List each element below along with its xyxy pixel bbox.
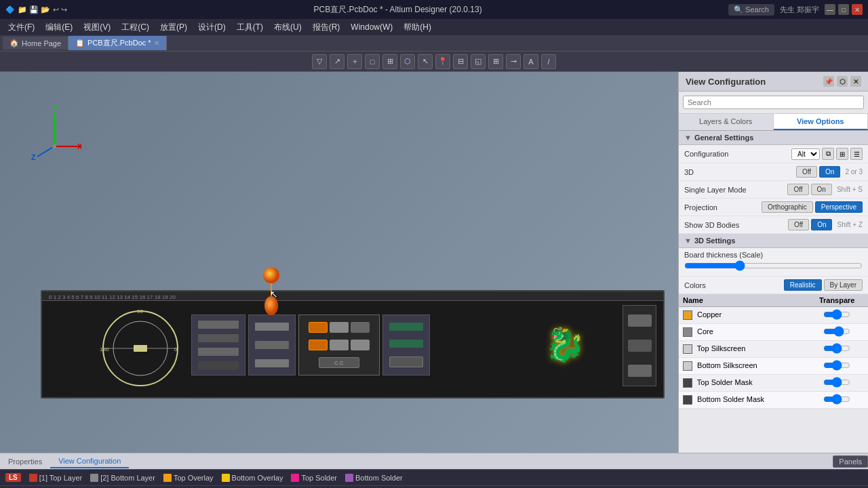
home-icon: 🏠 <box>9 39 19 47</box>
user-info: 先生 郑振宇 <box>780 5 819 15</box>
pcb-canvas[interactable]: Y X Z 0 1 2 3 4 5 6 7 8 9 10 11 12 13 14… <box>0 72 678 453</box>
menu-file[interactable]: 文件(F) <box>3 20 40 35</box>
slm-off-button[interactable]: Off <box>787 184 808 195</box>
menu-place[interactable]: 放置(P) <box>155 20 193 35</box>
toolbar: ▽ ↗ ＋ □ ⊞ ⬡ ↖ 📍 ⊟ ◱ ⊞ ⊸ A / <box>0 52 868 72</box>
layer-color-swatch[interactable] <box>683 310 692 320</box>
config-icon-btn3[interactable]: ☰ <box>850 148 863 160</box>
orthographic-button[interactable]: Orthographic <box>762 201 813 213</box>
svg-rect-13 <box>134 345 147 352</box>
layer-color-swatch[interactable] <box>683 344 692 354</box>
tab-pcb[interactable]: 📋 PCB直尺.PcbDoc * ✕ <box>68 36 167 50</box>
tool-stack[interactable]: ⊟ <box>453 54 468 69</box>
3d-on-button[interactable]: On <box>819 166 840 178</box>
show-3d-bodies-label: Show 3D Bodies <box>684 221 785 229</box>
configuration-controls[interactable]: Alt ⧉ ⊞ ☰ <box>791 148 863 160</box>
tool-measure[interactable]: ⊸ <box>506 54 521 69</box>
config-icon-btn1[interactable]: ⧉ <box>822 148 834 160</box>
layer-color-swatch[interactable] <box>683 327 692 337</box>
config-icon-btn2[interactable]: ⊞ <box>836 148 848 160</box>
tool-filter[interactable]: ▽ <box>312 54 327 69</box>
tool-chart[interactable]: ⊞ <box>382 54 397 69</box>
menu-design[interactable]: 设计(D) <box>193 20 231 35</box>
properties-tab[interactable]: Properties <box>0 455 50 468</box>
menu-help[interactable]: 帮助(H) <box>398 20 437 35</box>
panel-close-button[interactable]: ✕ <box>850 76 861 87</box>
slm-on-button[interactable]: On <box>811 184 832 195</box>
perspective-button[interactable]: Perspective <box>815 201 863 213</box>
layer-transparency-slider[interactable] <box>823 326 850 337</box>
tool-grid[interactable]: ⊞ <box>488 54 503 69</box>
3d-settings-header[interactable]: ▼ 3D Settings <box>679 234 868 248</box>
3d-settings-arrow: ▼ <box>684 237 692 245</box>
close-button[interactable]: ✕ <box>852 4 863 15</box>
layer-transparency-slider[interactable] <box>823 360 850 371</box>
view-configuration-tab[interactable]: View Configuration <box>50 455 129 468</box>
tab-home[interactable]: 🏠 Home Page <box>3 37 68 49</box>
menu-report[interactable]: 报告(R) <box>307 20 346 35</box>
panel-header-controls[interactable]: 📌 ⬡ ✕ <box>823 76 861 87</box>
menu-route[interactable]: 布线(U) <box>269 20 307 35</box>
realistic-button[interactable]: Realistic <box>784 279 822 291</box>
configuration-select[interactable]: Alt <box>791 148 820 160</box>
window-controls[interactable]: — □ ✕ <box>825 4 863 15</box>
menu-tools[interactable]: 工具(T) <box>231 20 269 35</box>
title-bar-icons: 🔷 📁 💾 📂 ↩ ↪ <box>5 5 67 14</box>
tab-view-options[interactable]: View Options <box>774 114 869 130</box>
tool-text[interactable]: A <box>524 54 538 69</box>
top-layer-item[interactable]: [1] Top Layer <box>29 474 82 482</box>
layer-transparency-slider[interactable] <box>823 309 850 320</box>
layer-transparency-slider[interactable] <box>823 394 850 405</box>
board-thickness-slider[interactable] <box>684 260 863 271</box>
layer-transparency-slider[interactable] <box>823 343 850 354</box>
layer-name-cell: Bottom Solder Mask <box>679 392 806 409</box>
top-layer-color-dot <box>29 474 37 482</box>
bottom-layer-item[interactable]: [2] Bottom Layer <box>90 474 155 482</box>
search-bar[interactable]: 🔍 Search <box>728 4 774 16</box>
s3db-off-button[interactable]: Off <box>788 219 809 230</box>
menu-edit[interactable]: 编辑(E) <box>40 20 78 35</box>
3d-settings-title: 3D Settings <box>694 237 736 245</box>
tool-polygon[interactable]: ⬡ <box>400 54 415 69</box>
tab-close-icon[interactable]: ✕ <box>154 39 159 47</box>
menu-project[interactable]: 工程(C) <box>116 20 155 35</box>
bottom-overlay-color-dot <box>222 474 230 482</box>
tool-layer[interactable]: ◱ <box>471 54 486 69</box>
panel-search-input[interactable] <box>683 96 864 109</box>
bottom-solder-item[interactable]: Bottom Solder <box>345 474 403 482</box>
tool-pin[interactable]: 📍 <box>435 54 450 69</box>
panel-pin-button[interactable]: 📌 <box>823 76 834 87</box>
minimize-button[interactable]: — <box>825 4 835 15</box>
menu-window[interactable]: Window(W) <box>345 21 398 33</box>
tab-layers-colors[interactable]: Layers & Colors <box>679 114 774 130</box>
layer-transparency-slider[interactable] <box>823 377 850 388</box>
svg-text:Z: Z <box>31 153 36 160</box>
s3db-on-button[interactable]: On <box>811 219 832 230</box>
general-settings-header[interactable]: ▼ General Settings <box>679 131 868 145</box>
panel-float-button[interactable]: ⬡ <box>837 76 848 87</box>
3d-off-button[interactable]: Off <box>796 166 817 178</box>
layer-name-label: Bottom Silkscreen <box>697 361 757 369</box>
undo-redo[interactable]: ↩ ↪ <box>53 5 67 14</box>
layer-transparency-cell <box>806 341 868 358</box>
bottom-overlay-item[interactable]: Bottom Overlay <box>222 474 283 482</box>
menu-view[interactable]: 视图(V) <box>78 20 116 35</box>
coord-bar: X:4036mil Y:-1990mil Grid: 1mil (Hotspot… <box>0 485 868 488</box>
tool-select[interactable]: ↗ <box>330 54 344 69</box>
menu-bar: 文件(F) 编辑(E) 视图(V) 工程(C) 放置(P) 设计(D) 工具(T… <box>0 19 868 35</box>
layer-color-swatch[interactable] <box>683 395 692 405</box>
tool-plus[interactable]: ＋ <box>347 54 362 69</box>
top-overlay-item[interactable]: Top Overlay <box>163 474 214 482</box>
main-content: Y X Z 0 1 2 3 4 5 6 7 8 9 10 11 12 13 14… <box>0 72 868 453</box>
tool-cursor[interactable]: ↖ <box>418 54 433 69</box>
s3db-shortcut: Shift + Z <box>837 221 863 228</box>
panels-button[interactable]: Panels <box>833 455 868 468</box>
tool-line[interactable]: / <box>541 54 556 69</box>
layer-color-swatch[interactable] <box>683 361 692 371</box>
tool-rect[interactable]: □ <box>365 54 380 69</box>
layer-color-swatch[interactable] <box>683 378 692 388</box>
top-solder-item[interactable]: Top Solder <box>291 474 337 482</box>
maximize-button[interactable]: □ <box>838 4 849 15</box>
panel-tabs: Layers & Colors View Options <box>679 114 868 131</box>
by-layer-button[interactable]: By Layer <box>824 279 863 291</box>
